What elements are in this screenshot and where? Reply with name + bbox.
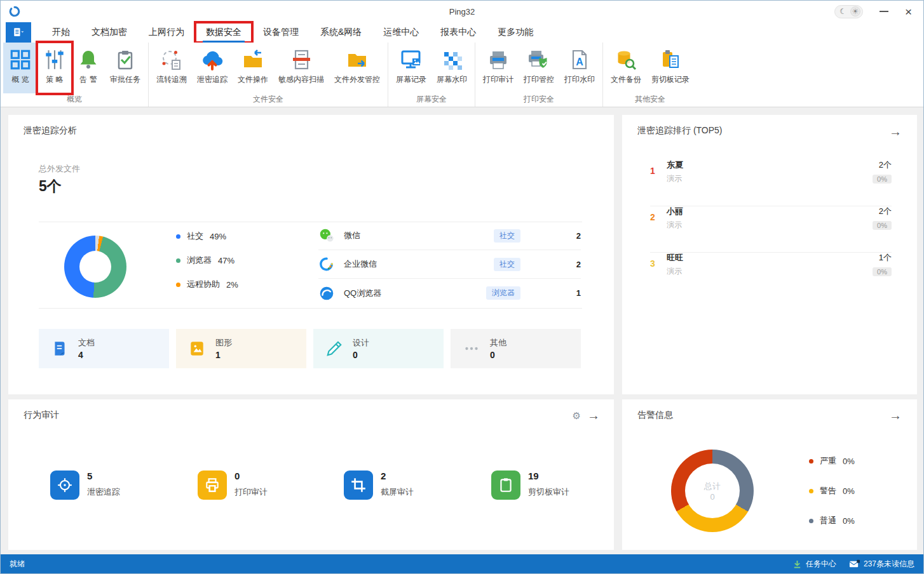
svg-text:A: A [576,57,583,67]
total-outgoing-value: 5个 [39,177,62,196]
theme-toggle[interactable]: ☾ ☀ [834,5,863,18]
audit-item-print: 0 打印审计 [198,471,337,501]
screen-watermark-button[interactable]: 屏幕水印 [431,43,472,93]
target-icon [50,471,79,500]
printer-icon [487,46,510,73]
policy-button[interactable]: 策 略 [37,43,72,93]
tab-home[interactable]: 开始 [41,22,81,43]
tab-report-center[interactable]: 报表中心 [430,22,487,43]
behavior-audit-panel: 行为审计 ⚙ → 5 泄密追踪 0 打印审计 2 [8,399,614,550]
print-control-button[interactable]: 打印管控 [519,43,559,93]
arrow-right-icon[interactable]: → [587,409,600,422]
window-title: Ping32 [1,7,923,17]
unread-messages-button[interactable]: 237条未读信息 [849,559,914,570]
message-icon [849,559,860,568]
document-card-icon [50,339,69,358]
folder-return-icon [241,46,265,73]
legend-item-warning: 警告 0% [809,485,855,497]
legend-item-normal: 普通 0% [809,515,855,526]
ribbon-group-label: 打印安全 [478,93,600,106]
download-icon [792,559,802,569]
moon-icon[interactable]: ☾ [837,7,849,16]
status-bar: 就绪 任务中心 237条未读信息 [1,554,923,573]
legend-dot [176,258,180,263]
category-badge: 浏览器 [486,286,520,300]
panel-title: 泄密追踪排行 (TOP5) [637,125,723,137]
tab-device-management[interactable]: 设备管理 [252,22,309,43]
overview-button[interactable]: 概 览 [3,43,37,93]
file-menu-button[interactable] [6,22,31,43]
legend-item-remote: 远程协助 2% [176,279,238,290]
legend-dot [176,234,180,239]
file-outgoing-control-button[interactable]: 文件外发管控 [329,43,385,93]
title-bar: Ping32 ☾ ☀ × [1,1,923,22]
tab-data-security[interactable]: 数据安全 [195,22,252,43]
ribbon-group-file-security: 流转追溯 泄密追踪 文件操作 [148,43,388,107]
trace-cycle-icon [160,46,183,73]
task-center-button[interactable]: 任务中心 [792,559,836,570]
print-audit-button[interactable]: 打印审计 [478,43,519,93]
close-button[interactable]: × [905,6,912,18]
legend-dot [809,519,813,523]
alert-button[interactable]: 告 警 [72,43,105,93]
monitor-record-icon [399,46,423,73]
ping32-window: Ping32 ☾ ☀ × 开始 文档加密 上网行为 数据安全 设备 [0,0,924,574]
clipboard-record-button[interactable]: 剪切板记录 [646,43,695,93]
file-backup-button[interactable]: 文件备份 [606,43,646,93]
percent-badge: 0% [873,221,892,230]
status-ready: 就绪 [10,559,25,570]
legend-item-social: 社交 49% [176,230,226,242]
percent-badge: 0% [873,267,892,276]
qq-browser-icon [318,285,335,302]
leak-rank-panel: 泄密追踪排行 (TOP5) → 1 东夏 演示 2个 0% 2 小丽 演示 2个… [622,115,917,394]
tab-ops-center[interactable]: 运维中心 [372,22,430,43]
dashboard-content: 泄密追踪分析 总外发文件 5个 社交 49% 浏览器 47% 远程协助 2% [1,107,923,554]
sun-icon[interactable]: ☀ [850,6,860,17]
wechat-icon [318,227,335,244]
ribbon-group-print-security: 打印审计 打印管控 A 打印水印 打印安全 [475,43,602,107]
bell-icon [77,46,100,73]
tab-more-features[interactable]: 更多功能 [487,22,544,43]
ribbon-group-label: 屏幕安全 [391,93,472,106]
arrow-right-icon[interactable]: → [889,125,902,138]
flow-trace-button[interactable]: 流转追溯 [151,43,192,93]
overview-grid-icon [8,46,32,73]
percent-badge: 0% [873,175,892,184]
ribbon-group-screen-security: 屏幕记录 屏幕水印 屏幕安全 [388,43,475,107]
sensitive-scan-button[interactable]: 敏感内容扫描 [273,43,329,93]
ribbon-group-other-security: 文件备份 剪切板记录 其他安全 [602,43,697,107]
tab-doc-encryption[interactable]: 文档加密 [81,22,138,43]
minimize-button[interactable] [880,11,888,12]
outgoing-app-list: 微信 社交 2 企业微信 社交 2 QQ浏览器 [318,222,581,307]
alerts-donut-center: 总计 0 [671,450,754,532]
pen-card-icon [325,339,344,358]
print-watermark-button[interactable]: A 打印水印 [559,43,600,93]
approval-tasks-button[interactable]: 审批任务 [105,43,146,93]
menu-bar: 开始 文档加密 上网行为 数据安全 设备管理 系统&网络 运维中心 报表中心 更… [1,22,923,43]
card-graphics: 图形 1 [176,329,306,368]
legend-dot [809,489,813,493]
tab-web-behavior[interactable]: 上网行为 [138,22,195,43]
main-tabs: 开始 文档加密 上网行为 数据安全 设备管理 系统&网络 运维中心 报表中心 更… [41,22,544,43]
tab-system-network[interactable]: 系统&网络 [309,22,372,43]
cloud-upload-icon [200,46,224,73]
category-badge: 社交 [494,229,520,243]
crop-icon [344,471,373,500]
leak-trace-button[interactable]: 泄密追踪 [192,43,233,93]
gear-icon[interactable]: ⚙ [573,411,581,420]
image-card-icon [187,339,207,358]
rank-row-3: 3 旺旺 演示 1个 0% [650,251,892,289]
wecom-icon [318,256,335,272]
ribbon-group-label: 文件安全 [151,93,385,106]
ribbon-group-overview: 概 览 策 略 告 警 [1,43,148,107]
clipboard-mini-icon [491,471,520,500]
arrow-right-icon[interactable]: → [889,409,902,422]
clipboard-check-icon [114,46,137,73]
screen-record-button[interactable]: 屏幕记录 [391,43,431,93]
printer-mini-icon [198,471,227,500]
file-operations-button[interactable]: 文件操作 [233,43,273,93]
audit-item-clipboard: 19 剪切板审计 [491,471,631,501]
file-type-cards: 文档 4 图形 1 设计 0 [39,329,581,368]
leak-analysis-panel: 泄密追踪分析 总外发文件 5个 社交 49% 浏览器 47% 远程协助 2% [8,115,614,394]
alerts-panel: 告警信息 → 总计 0 严重 0% 警告 0% 普通 0% [622,399,917,550]
